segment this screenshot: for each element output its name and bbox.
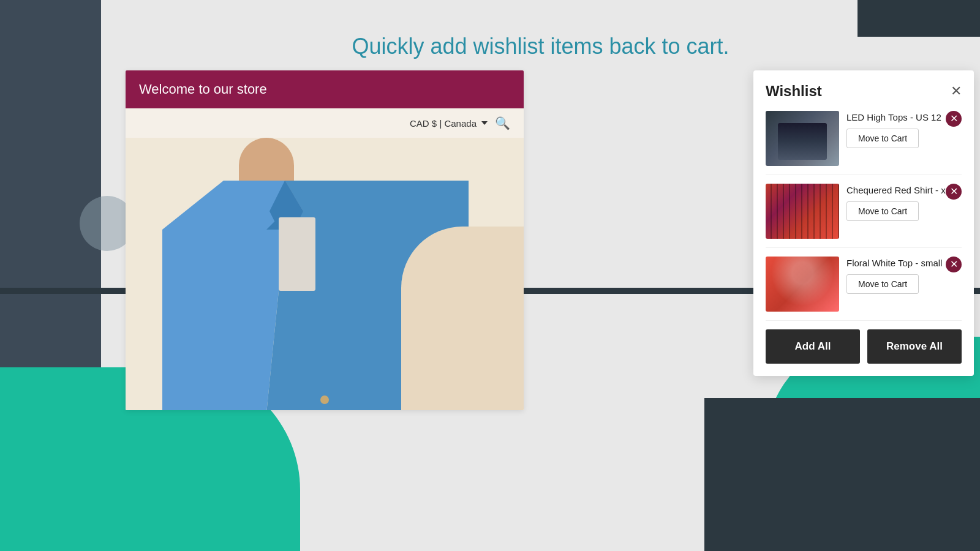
- item-name-led: LED High Tops - US 12: [846, 111, 962, 124]
- store-nav: CAD $ | Canada 🔍: [126, 108, 524, 138]
- wishlist-header: Wishlist ✕: [766, 83, 962, 100]
- store-hero: [126, 138, 524, 410]
- store-header: Welcome to our store: [126, 70, 524, 108]
- svg-rect-0: [279, 217, 315, 291]
- wishlist-title: Wishlist: [766, 83, 822, 100]
- chevron-down-icon: [481, 121, 488, 125]
- currency-selector[interactable]: CAD $ | Canada: [410, 118, 488, 129]
- wishlist-actions: Add All Remove All: [766, 329, 962, 364]
- store-card: Welcome to our store CAD $ | Canada 🔍: [126, 70, 524, 410]
- move-to-cart-button-shirt[interactable]: Move to Cart: [846, 201, 919, 221]
- wishlist-item: Chequered Red Shirt - xs Move to Cart ✕: [766, 184, 962, 248]
- main-content: Quickly add wishlist items back to cart.…: [101, 0, 980, 551]
- add-all-button[interactable]: Add All: [766, 329, 860, 364]
- store-name: Welcome to our store: [139, 81, 267, 97]
- item-info-led: LED High Tops - US 12 Move to Cart: [846, 111, 962, 148]
- headline: Quickly add wishlist items back to cart.: [352, 34, 729, 59]
- move-to-cart-button-floral[interactable]: Move to Cart: [846, 274, 919, 294]
- remove-all-button[interactable]: Remove All: [867, 329, 962, 364]
- beige-shape: [401, 227, 524, 410]
- remove-button-led[interactable]: ✕: [946, 111, 962, 127]
- remove-button-floral[interactable]: ✕: [946, 257, 962, 272]
- wishlist-panel: Wishlist ✕ LED High Tops - US 12 Move to…: [753, 70, 974, 376]
- wishlist-item: LED High Tops - US 12 Move to Cart ✕: [766, 111, 962, 175]
- close-button[interactable]: ✕: [951, 84, 962, 98]
- search-button[interactable]: 🔍: [495, 116, 510, 130]
- item-info-floral: Floral White Top - small Move to Cart: [846, 257, 962, 294]
- wishlist-item: Floral White Top - small Move to Cart ✕: [766, 257, 962, 321]
- hero-illustration: [126, 138, 524, 410]
- item-name-shirt: Chequered Red Shirt - xs: [846, 184, 962, 197]
- item-info-shirt: Chequered Red Shirt - xs Move to Cart: [846, 184, 962, 221]
- currency-label: CAD $ | Canada: [410, 118, 477, 129]
- item-image-floral: [766, 257, 839, 312]
- carousel-indicator[interactable]: [320, 395, 329, 404]
- item-image-shirt: [766, 184, 839, 239]
- item-image-led: [766, 111, 839, 166]
- move-to-cart-button-led[interactable]: Move to Cart: [846, 129, 919, 148]
- headline-text: Quickly add wishlist items back to cart.: [352, 34, 729, 59]
- item-name-floral: Floral White Top - small: [846, 257, 962, 269]
- remove-button-shirt[interactable]: ✕: [946, 184, 962, 200]
